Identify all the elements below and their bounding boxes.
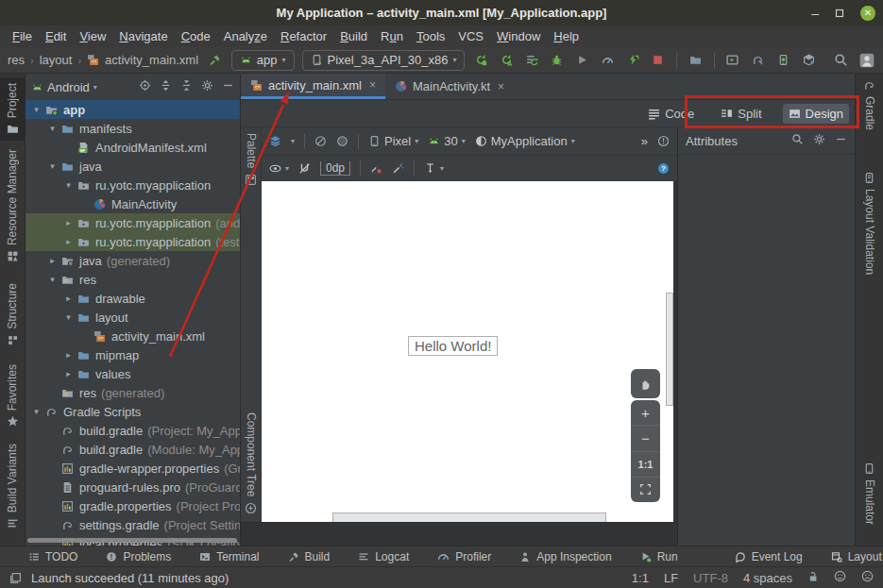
menu-tools[interactable]: Tools <box>410 29 451 43</box>
menu-edit[interactable]: Edit <box>39 29 73 43</box>
tree-chevron-down-icon[interactable]: ▾ <box>45 275 59 284</box>
tree-chevron-right-icon[interactable]: ▸ <box>61 350 76 360</box>
status-widget-4-spaces[interactable]: 4 spaces <box>743 571 792 585</box>
profile-refresh-button[interactable] <box>523 50 541 71</box>
toolwindow-tab-favorites[interactable]: Favorites <box>0 364 25 428</box>
project-view-selector[interactable]: Android <box>47 80 90 94</box>
overflow-actions-button[interactable]: » <box>641 134 648 148</box>
toolwindow-button-app-inspection[interactable]: App Inspection <box>519 550 611 563</box>
minimize-button[interactable]: – <box>811 6 819 21</box>
tree-item-manifests[interactable]: ▾manifests <box>25 119 240 138</box>
search-everywhere-button[interactable] <box>833 50 851 71</box>
device-file-explorer-button[interactable] <box>687 50 705 71</box>
status-widget-utf-8[interactable]: UTF-8 <box>693 571 728 585</box>
pan-button[interactable] <box>631 369 660 398</box>
tree-item-layout[interactable]: ▾layout <box>25 308 240 327</box>
smile-button[interactable] <box>834 570 846 585</box>
toolwindow-tab-layout-validation[interactable]: Layout Validation <box>856 172 883 275</box>
zoom-to-fit-button[interactable] <box>631 477 660 502</box>
toolwindow-tab-resource-manager[interactable]: Resource Manager <box>0 149 25 262</box>
gradle-sync-button[interactable] <box>749 50 767 71</box>
tree-chevron-right-icon[interactable]: ▸ <box>61 369 76 378</box>
avatar-button[interactable] <box>858 50 875 71</box>
design-canvas[interactable]: Hello World! + − 1:1 <box>262 181 673 522</box>
minimize-button[interactable] <box>222 78 234 95</box>
tree-chevron-down-icon[interactable]: ▾ <box>45 161 59 171</box>
logcat-window-button[interactable] <box>724 50 742 71</box>
zoom-in-button[interactable]: + <box>631 400 660 425</box>
guidelines-button[interactable]: ▾ <box>424 162 444 175</box>
toolwindow-button-layout-inspector[interactable]: Layout Inspector <box>831 550 883 563</box>
zoom-out-button[interactable]: − <box>631 425 660 450</box>
menu-window[interactable]: Window <box>490 29 547 43</box>
breadcrumb-item[interactable]: res <box>8 53 25 67</box>
tree-item-drawable[interactable]: ▸drawable <box>25 289 240 308</box>
canvas-vertical-scrollbar[interactable] <box>666 293 673 406</box>
tree-item-values[interactable]: ▸values <box>25 364 240 383</box>
toolwindow-tab-build-variants[interactable]: Build Variants <box>0 444 25 529</box>
sdk-manager-button[interactable] <box>800 50 818 71</box>
tree-item-gradle-wrapper-properties[interactable]: gradle-wrapper.properties(Gradle Version… <box>25 459 240 478</box>
breadcrumb-item[interactable]: layout <box>40 53 73 67</box>
tree-item-gradle-scripts[interactable]: ▾Gradle Scripts <box>25 402 240 421</box>
expand-all-button[interactable] <box>160 78 172 95</box>
close-button[interactable]: ✕ <box>860 6 875 21</box>
toolwindow-button-build[interactable]: Build <box>288 550 331 563</box>
infer-constraints-button[interactable] <box>392 162 404 175</box>
rerun-button[interactable] <box>472 50 490 71</box>
profiler-button[interactable] <box>599 50 617 71</box>
menu-file[interactable]: File <box>6 29 39 43</box>
clear-constraints-button[interactable] <box>370 162 382 175</box>
editor-tab-activity-main-xml[interactable]: <>activity_main.xml× <box>241 74 385 99</box>
device-select[interactable]: Pixel▾ <box>368 134 418 148</box>
tree-item-build-gradle[interactable]: build.gradle(Module: My_Application.app) <box>25 440 240 459</box>
minimize-button[interactable] <box>835 132 847 149</box>
horizontal-scrollbar[interactable] <box>27 538 237 543</box>
target-device-select[interactable]: Pixel_3a_API_30_x86▾ <box>302 50 466 71</box>
tree-item-gradle-properties[interactable]: gradle.properties(Project Properties) <box>25 496 240 515</box>
api-version-select[interactable]: 30▾ <box>428 134 465 148</box>
mode-code-button[interactable]: Code <box>642 104 700 124</box>
apply-code-changes-button[interactable] <box>624 50 642 71</box>
run-configuration-select[interactable]: app▾ <box>231 50 295 71</box>
toolwindow-button-logcat[interactable]: Logcat <box>358 550 409 563</box>
tree-chevron-down-icon[interactable]: ▾ <box>29 407 43 416</box>
tree-item-ru-yotc-myapplication[interactable]: ▸ru.yotc.myapplication(test) <box>25 232 240 251</box>
attach-debugger-button[interactable] <box>573 50 591 71</box>
tree-chevron-right-icon[interactable]: ▸ <box>61 237 76 246</box>
theme-select[interactable]: MyApplication▾ <box>475 134 575 148</box>
toolwindow-button-run[interactable]: Run <box>640 550 678 563</box>
toolwindow-button-profiler[interactable]: Profiler <box>437 550 491 563</box>
tree-chevron-right-icon[interactable]: ▸ <box>61 218 76 227</box>
device-manager-button[interactable] <box>774 50 792 71</box>
canvas-horizontal-scrollbar[interactable] <box>332 512 606 522</box>
toolwindow-tab-emulator[interactable]: Emulator <box>856 462 883 525</box>
help-button[interactable]: ? <box>657 162 670 175</box>
tree-item-settings-gradle[interactable]: settings.gradle(Project Settings) <box>25 515 240 534</box>
menu-view[interactable]: View <box>73 29 112 43</box>
menu-code[interactable]: Code <box>175 29 217 43</box>
apply-changes-button[interactable]: A <box>498 50 516 71</box>
orientation-select[interactable] <box>314 135 327 147</box>
tree-item-build-gradle[interactable]: build.gradle(Project: My_Application) <box>25 421 240 440</box>
tree-item-activity-main-xml[interactable]: <>activity_main.xml <box>25 327 240 345</box>
stop-button[interactable] <box>650 50 668 71</box>
status-widget-1-1[interactable]: 1:1 <box>632 571 649 585</box>
tree-item-proguard-rules-pro[interactable]: proguard-rules.pro(ProGuard Rules for ap… <box>25 478 240 496</box>
design-surface-select[interactable] <box>269 135 281 147</box>
close-icon[interactable]: × <box>369 78 376 92</box>
mode-split-button[interactable]: Split <box>715 104 767 124</box>
toolwindow-button-terminal[interactable]: Terminal <box>199 550 259 563</box>
tree-item-ru-yotc-myapplication[interactable]: ▾ru.yotc.myapplication <box>25 176 240 194</box>
tree-item-mainactivity[interactable]: MainActivity <box>25 194 240 213</box>
tree-chevron-down-icon[interactable]: ▾ <box>61 312 76 322</box>
toolwindow-tab-structure[interactable]: Structure <box>0 283 25 346</box>
tree-item-java[interactable]: ▾java <box>25 157 240 176</box>
tree-chevron-down-icon[interactable]: ▾ <box>61 180 76 190</box>
frown-button[interactable] <box>861 570 874 585</box>
collapse-all-button[interactable] <box>180 78 193 95</box>
tree-chevron-right-icon[interactable]: ▸ <box>61 294 76 303</box>
toolwindow-tab-gradle[interactable]: Gradle <box>856 79 883 130</box>
toolwindow-button-todo[interactable]: TODO <box>28 550 77 563</box>
toolwindow-button-event-log[interactable]: Event Log <box>735 550 803 563</box>
